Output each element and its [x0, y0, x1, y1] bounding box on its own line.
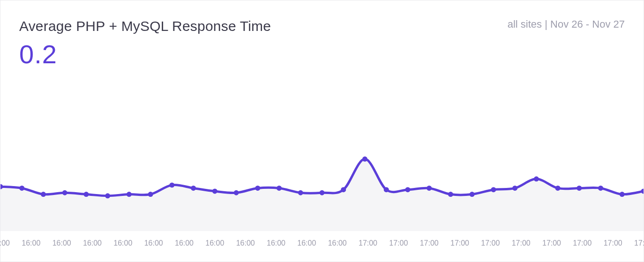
x-tick-label: 17:00 [450, 239, 469, 247]
x-tick-label: 16:00 [52, 239, 71, 247]
chart-plot: 16:0016:0016:0016:0016:0016:0016:0016:00… [0, 78, 644, 262]
x-tick-label: 16:00 [205, 239, 224, 247]
x-tick-label: 17:00 [512, 239, 531, 247]
data-point[interactable] [148, 192, 153, 197]
data-point[interactable] [491, 187, 496, 192]
data-point[interactable] [127, 192, 132, 197]
data-point[interactable] [62, 190, 67, 195]
x-tick-label: 16:00 [328, 239, 347, 247]
x-tick-label: 17:00 [359, 239, 377, 247]
data-point[interactable] [577, 186, 582, 191]
line-chart-svg [0, 78, 644, 231]
data-point[interactable] [320, 190, 325, 195]
data-point[interactable] [277, 186, 282, 191]
data-point[interactable] [470, 192, 475, 197]
x-tick-label: 16:00 [22, 239, 40, 247]
data-point[interactable] [512, 186, 517, 191]
data-point[interactable] [212, 189, 217, 194]
x-axis-labels: 16:0016:0016:0016:0016:0016:0016:0016:00… [0, 239, 644, 253]
data-point[interactable] [534, 176, 539, 181]
date-range: Nov 26 - Nov 27 [550, 18, 625, 30]
response-time-card: Average PHP + MySQL Response Time all si… [0, 0, 644, 262]
data-point[interactable] [427, 186, 432, 191]
data-point[interactable] [169, 182, 174, 187]
data-point[interactable] [362, 157, 367, 162]
x-tick-label: 16:00 [0, 239, 10, 247]
scope-label: all sites [508, 18, 542, 30]
x-tick-label: 17:00 [604, 239, 622, 247]
metric-value: 0.2 [0, 34, 644, 69]
data-point[interactable] [555, 186, 561, 191]
data-point[interactable] [298, 190, 303, 195]
chart-meta: all sites | Nov 26 - Nov 27 [508, 18, 625, 30]
x-tick-label: 16:00 [144, 239, 163, 247]
data-point[interactable] [255, 186, 260, 191]
data-point[interactable] [384, 187, 389, 192]
x-tick-label: 17:00 [389, 239, 408, 247]
data-point[interactable] [448, 192, 453, 197]
x-tick-label: 17:00 [634, 239, 644, 247]
x-tick-label: 17:00 [542, 239, 561, 247]
x-tick-label: 17:00 [420, 239, 439, 247]
meta-separator: | [545, 18, 550, 30]
x-tick-label: 16:00 [267, 239, 285, 247]
data-point[interactable] [234, 190, 239, 195]
data-point[interactable] [405, 187, 410, 192]
x-tick-label: 17:00 [481, 239, 500, 247]
data-point[interactable] [41, 192, 46, 197]
data-point[interactable] [19, 186, 24, 191]
chart-title: Average PHP + MySQL Response Time [19, 18, 271, 34]
data-point[interactable] [83, 192, 89, 197]
data-point[interactable] [191, 186, 196, 191]
data-point[interactable] [598, 186, 603, 191]
data-point[interactable] [105, 193, 110, 198]
x-tick-label: 16:00 [236, 239, 255, 247]
x-tick-label: 16:00 [83, 239, 102, 247]
x-tick-label: 17:00 [573, 239, 592, 247]
x-tick-label: 16:00 [175, 239, 194, 247]
data-point[interactable] [341, 187, 346, 192]
data-point[interactable] [620, 192, 625, 197]
x-tick-label: 16:00 [297, 239, 316, 247]
chart-area [0, 78, 644, 231]
x-tick-label: 16:00 [113, 239, 132, 247]
card-header: Average PHP + MySQL Response Time all si… [0, 0, 644, 34]
